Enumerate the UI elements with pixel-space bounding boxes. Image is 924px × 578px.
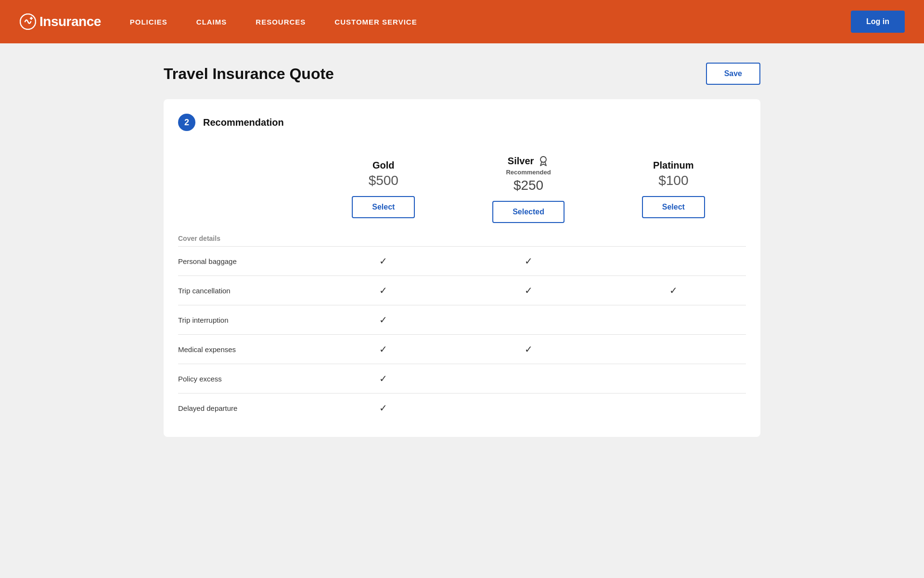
check-icon: ✓	[525, 344, 533, 355]
gold-plan-price: $500	[311, 173, 456, 196]
feature-label: Policy excess	[178, 364, 311, 394]
page-header: Travel Insurance Quote Save	[164, 63, 760, 85]
recommendation-section: 2 Recommendation Gold $500 Select	[164, 99, 760, 437]
check-icon: ✓	[379, 256, 387, 266]
feature-platinum-4	[601, 364, 746, 394]
check-icon: ✓	[525, 285, 533, 296]
silver-select-button[interactable]: Selected	[492, 201, 565, 223]
feature-row: Trip interruption✓	[178, 305, 746, 335]
feature-silver-3: ✓	[456, 335, 601, 364]
silver-plan-name: Silver	[456, 145, 601, 169]
feature-silver-4	[456, 364, 601, 394]
section-header: 2 Recommendation	[178, 114, 746, 131]
check-icon: ✓	[379, 403, 387, 413]
recommended-label: Recommended	[456, 169, 601, 176]
feature-label: Medical expenses	[178, 335, 311, 364]
feature-label: Personal baggage	[178, 247, 311, 276]
save-button[interactable]: Save	[706, 63, 760, 85]
feature-row: Policy excess✓	[178, 364, 746, 394]
feature-platinum-5	[601, 394, 746, 423]
feature-silver-0: ✓	[456, 247, 601, 276]
main-nav: POLICIES CLAIMS RESOURCES CUSTOMER SERVI…	[130, 18, 851, 26]
plan-platinum-header: Platinum $100 Select	[601, 145, 746, 231]
login-button[interactable]: Log in	[851, 11, 905, 33]
step-badge: 2	[178, 114, 195, 131]
nav-resources[interactable]: RESOURCES	[256, 18, 306, 26]
svg-point-3	[540, 157, 546, 162]
nav-policies[interactable]: POLICIES	[130, 18, 167, 26]
gold-select-button[interactable]: Select	[352, 196, 415, 218]
nav-claims[interactable]: CLAIMS	[196, 18, 227, 26]
check-icon: ✓	[379, 315, 387, 325]
feature-gold-1: ✓	[311, 276, 456, 305]
feature-platinum-1: ✓	[601, 276, 746, 305]
feature-gold-4: ✓	[311, 364, 456, 394]
feature-silver-5	[456, 394, 601, 423]
platinum-select-button[interactable]: Select	[642, 196, 705, 218]
comparison-table: Gold $500 Select Silver	[178, 145, 746, 422]
check-icon: ✓	[379, 344, 387, 355]
feature-row: Trip cancellation✓✓✓	[178, 276, 746, 305]
feature-row: Delayed departure✓	[178, 394, 746, 423]
check-icon: ✓	[379, 373, 387, 384]
feature-row: Medical expenses✓✓	[178, 335, 746, 364]
feature-row: Personal baggage✓✓	[178, 247, 746, 276]
cover-details-label: Cover details	[178, 231, 311, 246]
feature-label: Trip cancellation	[178, 276, 311, 305]
platinum-plan-price: $100	[601, 173, 746, 196]
plan-silver-header: Silver Recommended $250 Selected	[456, 145, 601, 231]
feature-label: Delayed departure	[178, 394, 311, 423]
check-icon: ✓	[379, 285, 387, 296]
feature-silver-2	[456, 305, 601, 335]
feature-platinum-0	[601, 247, 746, 276]
plan-gold-header: Gold $500 Select	[311, 145, 456, 231]
logo: Insurance	[19, 13, 101, 30]
section-title: Recommendation	[203, 117, 284, 128]
feature-silver-1: ✓	[456, 276, 601, 305]
silver-plan-price: $250	[456, 178, 601, 201]
feature-platinum-3	[601, 335, 746, 364]
check-icon: ✓	[525, 256, 533, 266]
gold-plan-name: Gold	[311, 150, 456, 173]
feature-gold-0: ✓	[311, 247, 456, 276]
page-title: Travel Insurance Quote	[164, 65, 334, 83]
award-icon	[538, 155, 549, 167]
nav-customer-service[interactable]: CUSTOMER SERVICE	[334, 18, 417, 26]
feature-gold-5: ✓	[311, 394, 456, 423]
feature-label: Trip interruption	[178, 305, 311, 335]
check-icon: ✓	[669, 285, 678, 296]
logo-icon	[19, 13, 37, 30]
platinum-plan-name: Platinum	[601, 150, 746, 173]
feature-platinum-2	[601, 305, 746, 335]
feature-gold-2: ✓	[311, 305, 456, 335]
feature-gold-3: ✓	[311, 335, 456, 364]
